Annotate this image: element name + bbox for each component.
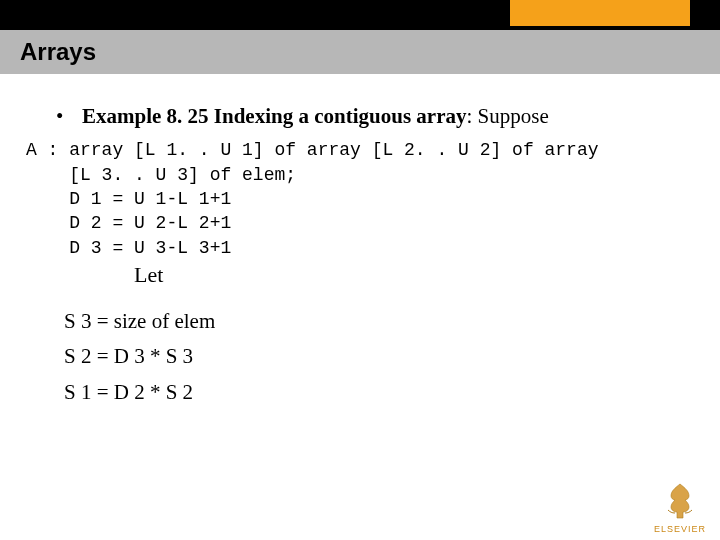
bullet-list: Example 8. 25 Indexing a contiguous arra… <box>56 102 684 130</box>
logo-text: ELSEVIER <box>654 524 706 534</box>
example-heading-tail: : Suppose <box>466 104 548 128</box>
tree-icon <box>658 480 702 522</box>
code-line-2: [L 3. . U 3] of elem; <box>26 165 296 185</box>
code-line-3: D 1 = U 1-L 1+1 <box>26 189 231 209</box>
code-block: A : array [L 1. . U 1] of array [L 2. . … <box>26 138 684 289</box>
example-heading-bold: Example 8. 25 Indexing a contiguous arra… <box>82 104 466 128</box>
elsevier-logo: ELSEVIER <box>654 480 706 534</box>
let-word: Let <box>134 262 163 287</box>
slide: Arrays Example 8. 25 Indexing a contiguo… <box>0 0 720 540</box>
code-line-5: D 3 = U 3-L 3+1 <box>26 238 231 258</box>
s1-line: S 1 = D 2 * S 2 <box>64 375 684 411</box>
top-orange-stripe <box>510 0 690 26</box>
serif-lines: S 3 = size of elem S 2 = D 3 * S 3 S 1 =… <box>64 304 684 411</box>
s2-line: S 2 = D 3 * S 3 <box>64 339 684 375</box>
code-line-4: D 2 = U 2-L 2+1 <box>26 213 231 233</box>
s3-line: S 3 = size of elem <box>64 304 684 340</box>
example-heading-item: Example 8. 25 Indexing a contiguous arra… <box>56 102 684 130</box>
content-area: Example 8. 25 Indexing a contiguous arra… <box>0 74 720 411</box>
title-band: Arrays <box>0 30 720 74</box>
page-title: Arrays <box>20 38 96 66</box>
code-line-1: A : array [L 1. . U 1] of array [L 2. . … <box>26 140 599 160</box>
